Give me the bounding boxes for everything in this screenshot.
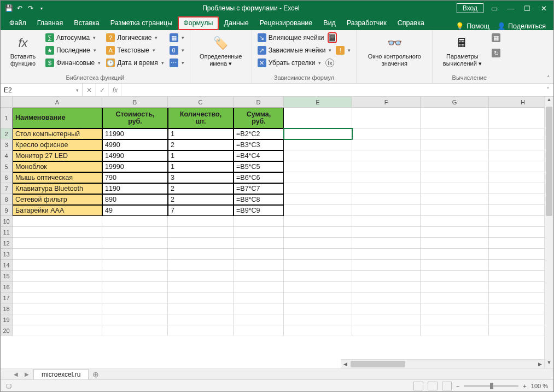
calculation-options-button[interactable]: 🖩 Параметры вычислений ▾ xyxy=(437,32,487,69)
cell[interactable] xyxy=(352,303,421,314)
cell[interactable] xyxy=(13,282,102,292)
horizontal-scrollbar[interactable]: ◀ ▶ xyxy=(341,359,544,368)
cell[interactable] xyxy=(102,282,168,292)
cell-sum[interactable]: =B8*C8 xyxy=(234,194,284,205)
collapse-ribbon-icon[interactable]: ˄ xyxy=(547,75,550,82)
maximize-icon[interactable]: ☐ xyxy=(522,4,533,13)
cell[interactable] xyxy=(421,249,489,260)
cell[interactable] xyxy=(13,238,102,249)
cell-sum[interactable]: =B7*C7 xyxy=(234,183,284,194)
cell[interactable] xyxy=(102,292,168,303)
cell[interactable] xyxy=(421,194,489,205)
cell[interactable] xyxy=(421,238,489,249)
row-header-4[interactable]: 4 xyxy=(1,150,13,161)
table-header[interactable]: Сумма,руб. xyxy=(234,108,284,128)
show-formulas-button[interactable]: ▤ xyxy=(328,32,337,43)
recent-button[interactable]: ★Последние xyxy=(44,45,102,56)
cell[interactable] xyxy=(13,303,102,314)
page-layout-view-icon[interactable] xyxy=(428,382,438,390)
cell[interactable] xyxy=(284,314,352,325)
login-button[interactable]: Вход xyxy=(457,3,483,13)
cell[interactable] xyxy=(168,314,234,325)
tab-developer[interactable]: Разработчик xyxy=(341,16,392,30)
cell[interactable] xyxy=(284,128,352,139)
row-header-18[interactable]: 18 xyxy=(1,303,13,314)
text-button[interactable]: AТекстовые xyxy=(105,45,165,56)
cell[interactable] xyxy=(352,292,421,303)
cell[interactable] xyxy=(352,216,421,227)
cell[interactable] xyxy=(352,205,421,216)
row-header-3[interactable]: 3 xyxy=(1,139,13,150)
cell[interactable] xyxy=(352,227,421,238)
cell[interactable] xyxy=(421,292,489,303)
cell[interactable] xyxy=(168,238,234,249)
cell-qty[interactable]: 2 xyxy=(168,183,234,194)
row-header-1[interactable]: 1 xyxy=(1,108,13,128)
cell[interactable] xyxy=(168,303,234,314)
row-header-6[interactable]: 6 xyxy=(1,172,13,183)
cell[interactable] xyxy=(234,271,284,282)
cell[interactable] xyxy=(234,314,284,325)
cell-qty[interactable]: 3 xyxy=(168,172,234,183)
qat-customize-icon[interactable]: ▾ xyxy=(38,4,45,12)
tab-view[interactable]: Вид xyxy=(318,16,341,30)
cell[interactable] xyxy=(13,314,102,325)
tab-data[interactable]: Данные xyxy=(219,16,254,30)
cell[interactable] xyxy=(13,227,102,238)
cell[interactable] xyxy=(284,216,352,227)
more-functions-button[interactable]: ⋯ xyxy=(168,57,185,68)
cell-sum[interactable]: =B9*C9 xyxy=(234,205,284,216)
select-all-corner[interactable] xyxy=(1,97,13,108)
row-header-7[interactable]: 7 xyxy=(1,183,13,194)
cell[interactable] xyxy=(13,249,102,260)
cell[interactable] xyxy=(13,292,102,303)
col-header-C[interactable]: C xyxy=(168,97,234,108)
calc-sheet-button[interactable]: ↻ xyxy=(491,48,501,58)
tab-page-layout[interactable]: Разметка страницы xyxy=(105,16,178,30)
row-header-20[interactable]: 20 xyxy=(1,325,13,336)
cell-qty[interactable]: 1 xyxy=(168,150,234,161)
cell[interactable] xyxy=(168,292,234,303)
cell-sum[interactable]: =B2*C2 xyxy=(234,128,284,139)
cell[interactable] xyxy=(421,161,489,172)
sheet-nav-prev-icon[interactable]: ◀ xyxy=(11,371,20,377)
row-header-14[interactable]: 14 xyxy=(1,260,13,271)
cell[interactable] xyxy=(234,260,284,271)
tab-home[interactable]: Главная xyxy=(32,16,69,30)
cell[interactable] xyxy=(352,128,421,139)
autosum-button[interactable]: ∑Автосумма xyxy=(44,32,102,43)
error-checking-button[interactable]: ! xyxy=(335,45,352,56)
zoom-level[interactable]: 100 % xyxy=(531,383,548,389)
cell-name[interactable]: Батарейки AAA xyxy=(13,205,102,216)
hscroll-thumb[interactable] xyxy=(351,361,405,367)
cell[interactable] xyxy=(421,227,489,238)
cell[interactable] xyxy=(421,271,489,282)
formula-input[interactable] xyxy=(122,84,543,96)
cell-name[interactable]: Сетевой фильтр xyxy=(13,194,102,205)
scroll-up-icon[interactable]: ▲ xyxy=(545,97,553,106)
cell[interactable] xyxy=(102,238,168,249)
logical-button[interactable]: ?Логические xyxy=(105,32,165,43)
ribbon-display-icon[interactable]: ▭ xyxy=(489,4,500,13)
expand-formula-bar-icon[interactable]: ˅ xyxy=(543,84,553,96)
name-box[interactable]: E2 xyxy=(1,84,83,96)
cell[interactable] xyxy=(421,150,489,161)
cell[interactable] xyxy=(352,139,421,150)
cell-price[interactable]: 49 xyxy=(102,205,168,216)
cell[interactable] xyxy=(352,161,421,172)
cell[interactable] xyxy=(284,172,352,183)
cell[interactable] xyxy=(352,150,421,161)
share-button[interactable]: 👤Поделиться xyxy=(497,22,546,30)
cell-name[interactable]: Кресло офисное xyxy=(13,139,102,150)
close-icon[interactable]: ✕ xyxy=(538,4,549,13)
row-header-13[interactable]: 13 xyxy=(1,249,13,260)
cell-price[interactable]: 890 xyxy=(102,194,168,205)
cell[interactable] xyxy=(352,325,421,336)
redo-icon[interactable]: ↷ xyxy=(27,4,34,12)
minimize-icon[interactable]: — xyxy=(505,4,516,13)
cell[interactable] xyxy=(284,325,352,336)
cell[interactable] xyxy=(168,260,234,271)
cell[interactable] xyxy=(13,325,102,336)
col-header-G[interactable]: G xyxy=(421,97,489,108)
cell[interactable] xyxy=(421,216,489,227)
